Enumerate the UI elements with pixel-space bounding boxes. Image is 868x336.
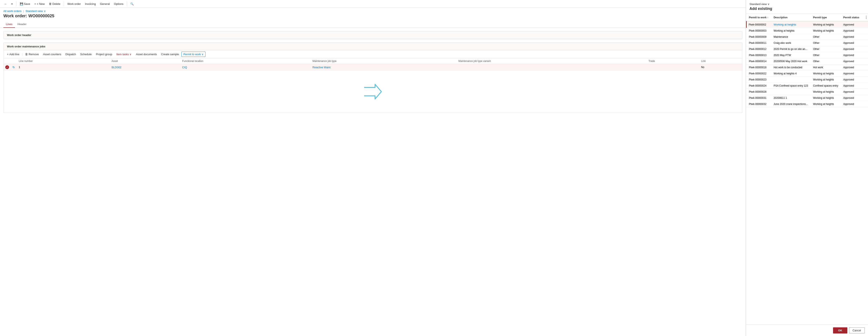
- tab-header[interactable]: Header: [15, 21, 29, 28]
- invoicing-menu[interactable]: Invoicing: [83, 1, 97, 6]
- add-existing-title: Add existing: [749, 6, 865, 13]
- cell-description: Working at heights 4: [771, 70, 810, 77]
- col-asset: Asset: [110, 58, 181, 64]
- cell-row-options: [862, 95, 868, 101]
- row-checkbox-icon[interactable]: [5, 65, 9, 69]
- list-item[interactable]: Ptwk-00000014 20200506 May 2020 Hot work…: [746, 58, 868, 64]
- create-sample-button[interactable]: Create sample: [159, 52, 181, 57]
- general-menu[interactable]: General: [98, 1, 112, 6]
- list-item[interactable]: Ptwk-00000031 20200611 1 Working at heig…: [746, 95, 868, 101]
- options-menu[interactable]: Options: [112, 1, 125, 6]
- all-work-orders-link[interactable]: All work orders: [3, 9, 22, 13]
- cell-description: June 2020 crane inspections...: [771, 101, 810, 107]
- cell-description: Working at heights: [771, 28, 810, 34]
- col-line-number: Line number: [17, 58, 110, 64]
- list-item[interactable]: Ptwk-00000023 Working at heights Approve…: [746, 77, 868, 83]
- cell-permit: Ptwk-00000014: [746, 58, 771, 64]
- main-content: Work order header Work order maintenance…: [0, 28, 746, 336]
- remove-button[interactable]: 🗑 Remove: [23, 52, 40, 57]
- menu-icon: ≡: [11, 2, 13, 5]
- col-description: Description: [771, 14, 810, 21]
- delete-button[interactable]: 🗑 Delete: [47, 1, 62, 6]
- tabs-container: Lines Header: [0, 21, 746, 28]
- list-item[interactable]: Ptwk-00000018 Hot work to be conducted H…: [746, 64, 868, 70]
- permit-to-work-button[interactable]: Permit to work ∨: [182, 52, 206, 57]
- cell-permit-status: Approved: [841, 101, 862, 107]
- list-item[interactable]: Ptwk-00000011 Craig elec work Other Appr…: [746, 40, 868, 46]
- standard-view-label: Standard view: [749, 3, 767, 6]
- tab-lines[interactable]: Lines: [3, 21, 15, 28]
- cell-permit-type: Working at heights: [810, 89, 841, 95]
- cell-permit-status: Approved: [841, 58, 862, 64]
- cell-permit-status: Approved: [841, 52, 862, 58]
- cell-permit-status: Approved: [841, 70, 862, 77]
- permit-table: Permit to work ↑ Description Permit type…: [746, 14, 868, 107]
- separator-2: [64, 1, 64, 6]
- work-order-header-title: Work order header: [4, 31, 742, 39]
- list-item[interactable]: Ptwk-00000013 2020 May PTW Other Approve…: [746, 52, 868, 58]
- cell-maintenance-job-type-variant: [457, 64, 647, 70]
- list-item[interactable]: Ptwk-00000024 PSA Confined space entry 1…: [746, 83, 868, 89]
- standard-view-breadcrumb[interactable]: Standard view ∨: [26, 9, 46, 13]
- right-panel-header: Standard view ∨ Add existing: [746, 0, 868, 14]
- add-line-button[interactable]: + Add line: [5, 52, 21, 57]
- cell-permit-type: Working at heights: [810, 95, 841, 101]
- item-tasks-button[interactable]: Item tasks ∨: [115, 52, 133, 57]
- cell-row-options: [862, 34, 868, 40]
- breadcrumb: All work orders | Standard view ∨: [0, 8, 746, 13]
- cell-permit: Ptwk-00000024: [746, 83, 771, 89]
- project-group-button[interactable]: Project group: [94, 52, 114, 57]
- cell-row-options: [862, 58, 868, 64]
- col-options[interactable]: ⋮: [862, 14, 868, 21]
- left-panel: ← ≡ 💾 Save + + New 🗑 Delete Work order I…: [0, 0, 746, 336]
- cell-permit-type: Working at heights: [810, 101, 841, 107]
- cell-description: [771, 89, 810, 95]
- work-order-menu[interactable]: Work order: [66, 1, 83, 6]
- cell-permit: Ptwk-00000012: [746, 46, 771, 52]
- standard-view-button[interactable]: Standard view ∨: [749, 3, 865, 6]
- col-functional-location: Functional location: [181, 58, 311, 64]
- cell-permit: Ptwk-00000018: [746, 64, 771, 70]
- cell-permit-type: Other: [810, 52, 841, 58]
- list-item[interactable]: Ptwk-00000012 2020 Permit to go on site …: [746, 46, 868, 52]
- col-permit-type: Permit type: [810, 14, 841, 21]
- cell-permit-type: Confined spaces entry: [810, 83, 841, 89]
- col-checkbox: [4, 58, 11, 64]
- cell-functional-location: CIQ: [181, 64, 311, 70]
- cell-description: Hot work to be conducted: [771, 64, 810, 70]
- dispatch-button[interactable]: Dispatch: [64, 52, 78, 57]
- cell-row-options: [862, 70, 868, 77]
- new-button[interactable]: + + New: [33, 1, 46, 6]
- cell-description: Working at heights: [771, 21, 810, 28]
- chevron-down-icon: ∨: [768, 3, 770, 6]
- refresh-icon[interactable]: ↻: [12, 65, 15, 69]
- asset-counters-button[interactable]: Asset counters: [41, 52, 63, 57]
- cell-description: 20200611 1: [771, 95, 810, 101]
- page-title: Work order: WO00000025: [0, 13, 746, 21]
- asset-documents-button[interactable]: Asset documents: [134, 52, 159, 57]
- list-item[interactable]: Ptwk-00000028 Working at heights Approve…: [746, 89, 868, 95]
- schedule-button[interactable]: Schedule: [79, 52, 93, 57]
- cell-description: 2020 Permit to go on site an...: [771, 46, 810, 52]
- right-table-container[interactable]: Permit to work ↑ Description Permit type…: [746, 14, 868, 325]
- save-button[interactable]: 💾 Save: [18, 1, 32, 6]
- list-item[interactable]: Ptwk-00000032 June 2020 crane inspection…: [746, 101, 868, 107]
- menu-button[interactable]: ≡: [9, 1, 14, 6]
- ok-button[interactable]: OK: [833, 327, 847, 333]
- cell-permit: Ptwk-00000022: [746, 70, 771, 77]
- list-item[interactable]: Ptwk-00000003 Working at heights Working…: [746, 28, 868, 34]
- cancel-button[interactable]: Cancel: [849, 327, 865, 333]
- list-item[interactable]: Ptwk-00000022 Working at heights 4 Worki…: [746, 70, 868, 77]
- delete-label: Delete: [53, 2, 60, 5]
- cell-permit-type: Other: [810, 58, 841, 64]
- separator-1: [16, 1, 17, 6]
- cell-description: 2020 May PTW: [771, 52, 810, 58]
- col-permit-to-work[interactable]: Permit to work ↑: [746, 14, 771, 21]
- table-row[interactable]: ↻ 1 BLD002 CIQ Reactive Maint No: [4, 64, 742, 70]
- cell-row-options: [862, 101, 868, 107]
- list-item[interactable]: Ptwk-00000002 Working at heights Working…: [746, 21, 868, 28]
- list-item[interactable]: Ptwk-00000009 Maintenance Other Approved: [746, 34, 868, 40]
- back-button[interactable]: ←: [2, 1, 9, 6]
- search-button[interactable]: 🔍: [129, 1, 135, 6]
- cell-permit: Ptwk-00000013: [746, 52, 771, 58]
